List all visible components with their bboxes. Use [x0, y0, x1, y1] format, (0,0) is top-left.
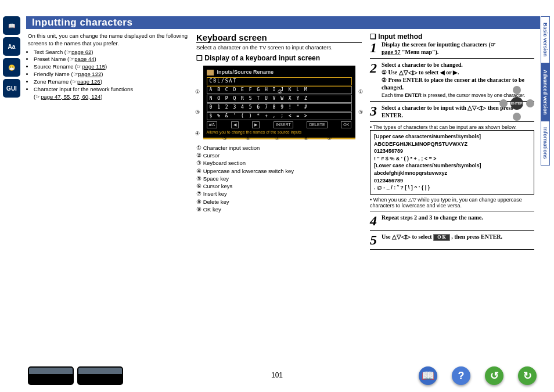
- link[interactable]: page 47, 55, 57, 60, 124: [41, 93, 100, 100]
- step-number: 2: [370, 61, 382, 99]
- step-number: 4: [370, 214, 382, 228]
- link[interactable]: page 115: [82, 63, 105, 70]
- tab-advanced[interactable]: Advanced version: [541, 63, 550, 121]
- kb-row: N O P Q R S T U V W X Y Z: [207, 95, 352, 103]
- bullet: Source Rename (☞page 115): [34, 63, 188, 71]
- section-heading: Keyboard screen: [196, 33, 362, 43]
- callout-4: ④: [195, 131, 200, 136]
- kb-row: 0 1 2 3 4 5 6 7 8 9 ! " #: [207, 103, 352, 112]
- bullet: Zone Rename (☞page 126): [34, 78, 188, 86]
- link[interactable]: page 44: [74, 56, 94, 62]
- case-note: • When you use △▽ while you type in, you…: [370, 197, 534, 208]
- kb-footer: a/A◀▶ INSERTDELETEOK: [207, 121, 352, 128]
- keyboard-screenshot: Inputs/Source Rename CBL/SAT A B C D E F…: [203, 66, 355, 139]
- subsection-heading: ❏ Input method: [370, 33, 534, 41]
- nav-back-icon[interactable]: ↺: [485, 366, 503, 385]
- bullet: Character input for the network function…: [34, 86, 188, 101]
- kb-title: Inputs/Source Rename: [207, 69, 352, 75]
- kb-row: $ % & ' ( ) * + , ; < = >: [207, 112, 352, 120]
- step-number: 1: [370, 41, 382, 56]
- tab-info[interactable]: Informations: [541, 121, 550, 166]
- character-table: [Upper case characters/Numbers/Symbols]A…: [370, 130, 534, 195]
- section-sub: Select a character on the TV screen to i…: [196, 44, 362, 51]
- callout-2: ②: [278, 89, 282, 95]
- nav-help-icon[interactable]: ?: [452, 366, 470, 385]
- tab-basic[interactable]: Basic version: [541, 16, 550, 63]
- step-text: Display the screen for inputting charact…: [382, 41, 534, 56]
- callout-6: ⑥: [246, 135, 250, 141]
- gui-icon[interactable]: GUI: [3, 79, 20, 98]
- bullet: Friendly Name (☞page 122): [34, 71, 188, 78]
- input-method-column: ❏ Input method 1 Display the screen for …: [370, 33, 534, 252]
- left-nav-icons: 📖 Aa 😷 GUI: [3, 16, 21, 100]
- callout-9: ⑨: [327, 135, 332, 141]
- step-text: Repeat steps 2 and 3 to change the name.: [382, 214, 534, 228]
- step-number: 3: [370, 104, 382, 119]
- receiver-thumbnails: [28, 366, 123, 385]
- callout-1b: ①: [358, 89, 363, 95]
- step-text: Use △▽◁▷ to select O K , then press ENTE…: [382, 233, 534, 247]
- callout-3b: ③: [358, 109, 363, 115]
- book-icon[interactable]: 📖: [3, 16, 20, 35]
- mask-icon[interactable]: 😷: [3, 58, 20, 77]
- step-number: 5: [370, 233, 382, 247]
- keyboard-legend: ① Character input section② Cursor③ Keybo…: [196, 144, 362, 214]
- link[interactable]: page 122: [78, 71, 102, 77]
- side-tabs: Basic version Advanced version Informati…: [541, 16, 551, 220]
- types-intro: • The types of characters that can be in…: [370, 124, 534, 130]
- link[interactable]: page 62: [71, 49, 91, 55]
- bullet: Preset Name (☞page 44): [34, 56, 188, 63]
- callout-5: ⑤: [222, 135, 227, 141]
- nav-home-icon[interactable]: 📖: [419, 366, 437, 385]
- bullet: Text Search (☞page 62): [34, 49, 188, 56]
- aa-icon[interactable]: Aa: [3, 37, 20, 56]
- page-number: 101: [271, 371, 283, 379]
- nav-forward-icon[interactable]: ↻: [518, 366, 537, 385]
- subsection-heading: ❏ Display of a keyboard input screen: [196, 54, 362, 62]
- intro-text: On this unit, you can change the name di…: [28, 33, 188, 48]
- callout-1: ①: [195, 89, 200, 95]
- callout-3: ③: [195, 109, 200, 115]
- link[interactable]: page 126: [77, 78, 100, 85]
- page-title: Inputting characters: [26, 16, 540, 29]
- receiver-front-icon[interactable]: [28, 366, 74, 385]
- callout-7: ⑦: [275, 135, 279, 141]
- callout-8: ⑧: [304, 135, 308, 141]
- keyboard-column: Keyboard screen Select a character on th…: [196, 33, 362, 213]
- intro-column: On this unit, you can change the name di…: [28, 33, 188, 102]
- kb-row: CBL/SAT: [207, 77, 352, 85]
- receiver-rear-icon[interactable]: [77, 366, 123, 385]
- dpad-diagram: ENTER: [499, 86, 534, 121]
- kb-note: Allows you to change the names of the so…: [207, 130, 352, 134]
